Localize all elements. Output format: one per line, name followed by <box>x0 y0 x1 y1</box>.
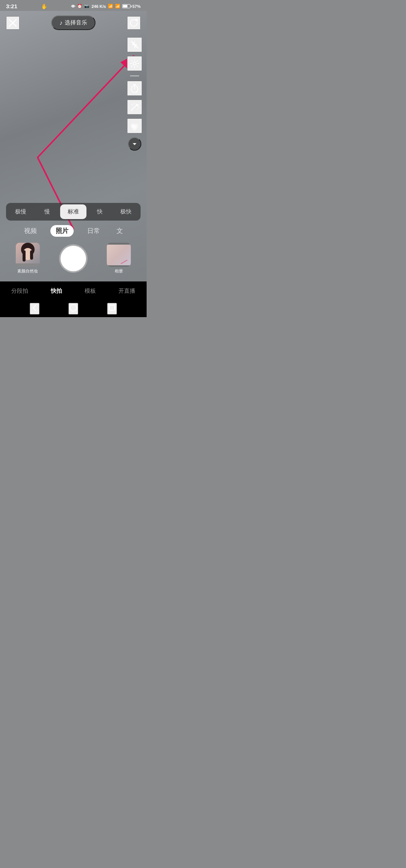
mode-photo[interactable]: 照片 <box>50 225 74 237</box>
music-note-icon: ♪ <box>59 20 62 26</box>
battery-percent: 57% <box>132 4 141 9</box>
speed-selector: 极慢 慢 标准 快 极快 <box>6 203 141 221</box>
music-label: 选择音乐 <box>65 19 87 26</box>
filters-button[interactable] <box>127 118 142 133</box>
svg-point-16 <box>132 126 137 130</box>
right-tools: 3 <box>127 37 142 151</box>
mode-video[interactable]: 视频 <box>21 225 40 237</box>
battery-icon <box>122 4 130 8</box>
speed-item-3[interactable]: 快 <box>86 204 113 219</box>
signal-icon: 📶 <box>115 4 120 9</box>
gallery-thumbnail[interactable]: 素颜自然妆 <box>16 243 40 274</box>
svg-point-11 <box>134 103 135 104</box>
status-icons: 👁 ⏰ 📷 246 K/s 📶 📶 57% <box>71 4 141 9</box>
recents-button[interactable] <box>107 303 117 315</box>
close-button[interactable] <box>6 16 20 30</box>
flash-toggle-button[interactable] <box>127 37 142 52</box>
status-bar: 3:21 ✋ 👁 ⏰ 📷 246 K/s 📶 📶 57% <box>0 0 147 11</box>
camera-indicator-icon: 📷 <box>84 4 89 9</box>
svg-rect-25 <box>109 305 115 310</box>
home-button[interactable] <box>68 303 78 315</box>
wifi-icon: 📶 <box>108 4 113 9</box>
system-nav <box>0 299 147 317</box>
magic-button[interactable] <box>127 100 142 115</box>
bottom-area: 极慢 慢 标准 快 极快 视频 照片 日常 <box>0 203 147 281</box>
nav-tab-0[interactable]: 分段拍 <box>7 286 33 296</box>
eye-icon: 👁 <box>71 4 75 9</box>
svg-point-12 <box>137 109 138 110</box>
svg-line-9 <box>131 105 136 110</box>
shutter-area: 素颜自然妆 相册 <box>0 243 147 281</box>
svg-rect-22 <box>23 250 26 262</box>
refresh-button[interactable] <box>127 16 141 30</box>
nav-tab-3[interactable]: 开直播 <box>114 286 140 296</box>
gallery-label: 素颜自然妆 <box>16 268 40 274</box>
speed-item-1[interactable]: 慢 <box>34 204 60 219</box>
svg-point-4 <box>133 62 136 65</box>
mode-text[interactable]: 文 <box>114 225 126 237</box>
mode-selector: 视频 照片 日常 文 <box>0 225 147 237</box>
settings-button[interactable] <box>127 56 142 71</box>
speed-item-4[interactable]: 极快 <box>113 204 139 219</box>
top-controls: ♪ 选择音乐 <box>0 11 147 35</box>
nav-tab-1[interactable]: 快拍 <box>46 286 67 296</box>
svg-rect-23 <box>30 250 33 260</box>
album-label: 相册 <box>107 268 131 274</box>
mode-daily[interactable]: 日常 <box>84 225 103 237</box>
shutter-button[interactable] <box>59 244 88 273</box>
nav-tabs: 分段拍 快拍 模板 开直播 <box>0 281 147 299</box>
speed-item-0[interactable]: 极慢 <box>8 204 34 219</box>
camera-viewport: ♪ 选择音乐 <box>0 11 147 281</box>
alarm-icon: ⏰ <box>77 4 82 9</box>
timer-button[interactable]: 3 <box>127 81 142 96</box>
hand-icon: ✋ <box>41 3 47 9</box>
back-button[interactable] <box>30 303 39 315</box>
network-speed: 246 K/s <box>91 4 106 9</box>
speed-item-2[interactable]: 标准 <box>60 204 86 219</box>
svg-point-24 <box>70 304 77 311</box>
svg-point-10 <box>132 104 133 105</box>
more-tools-button[interactable] <box>128 137 141 151</box>
svg-point-13 <box>138 107 139 108</box>
tool-divider <box>130 76 139 76</box>
music-select-button[interactable]: ♪ 选择音乐 <box>51 15 95 30</box>
svg-text:3: 3 <box>136 91 138 94</box>
status-time: 3:21 <box>6 3 17 9</box>
nav-tab-2[interactable]: 模板 <box>80 286 100 296</box>
album-button[interactable]: 相册 <box>107 243 131 274</box>
